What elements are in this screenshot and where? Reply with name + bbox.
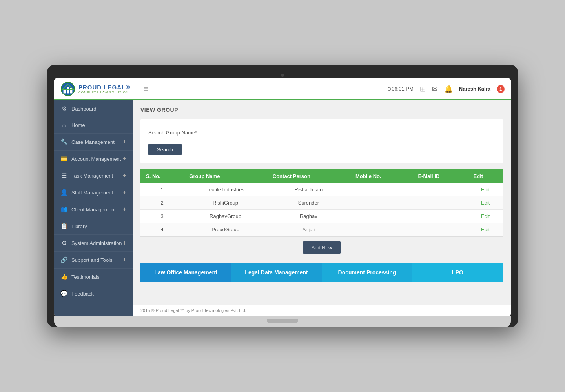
sidebar-icon-support-and-tools: 🔗 — [60, 256, 67, 263]
add-new-button[interactable]: Add New — [303, 241, 341, 254]
sidebar-label-home: Home — [71, 122, 85, 128]
hamburger-button[interactable]: ≡ — [144, 84, 148, 93]
header-time: ⊙06:01 PM — [387, 86, 414, 92]
sidebar-item-feedback[interactable]: 💬Feedback — [54, 285, 133, 302]
laptop-screen: PROUD LEGAL® COMPLETE LAW SOLUTION ≡ ⊙06… — [54, 78, 511, 316]
cell-mobile-0 — [350, 183, 412, 196]
search-input[interactable] — [202, 127, 288, 138]
email-icon[interactable]: ✉ — [432, 85, 438, 93]
sidebar-item-testimonials[interactable]: 👍Testimonials — [54, 269, 133, 285]
table-row: 3RaghavGroupRaghavEdit — [140, 210, 503, 223]
logo-area: PROUD LEGAL® COMPLETE LAW SOLUTION — [60, 82, 139, 96]
sidebar-plus-client-management[interactable]: + — [123, 206, 126, 213]
bell-icon[interactable]: 🔔 — [444, 85, 453, 93]
footer-btn-lpo[interactable]: LPO — [412, 263, 503, 282]
edit-link-0[interactable]: Edit — [481, 187, 490, 192]
grid-icon[interactable]: ⊞ — [420, 85, 426, 93]
cell-edit-1: Edit — [468, 196, 503, 210]
footer-btn-legal-data[interactable]: Legal Data Management — [231, 263, 322, 282]
sidebar-label-account-management: Account Management — [71, 156, 121, 162]
sidebar-item-library[interactable]: 📋Library — [54, 218, 133, 235]
sidebar-item-staff-management[interactable]: 👤Staff Management+ — [54, 184, 133, 201]
sidebar-label-dashboard: Dashboard — [71, 106, 97, 112]
edit-link-1[interactable]: Edit — [481, 200, 490, 206]
content-area: VIEW GROUP Search Group Name* Search S. … — [133, 100, 511, 316]
cell-email-1 — [412, 196, 468, 210]
sidebar-item-task-management[interactable]: ☰Task Management+ — [54, 167, 133, 184]
sidebar-plus-support-and-tools[interactable]: + — [123, 256, 126, 263]
sidebar-label-case-management: Case Management — [71, 139, 115, 145]
sidebar-label-library: Library — [71, 223, 87, 229]
cell-group_name-3: ProudGroup — [184, 223, 267, 236]
sidebar-item-left-task-management: ☰Task Management — [60, 172, 113, 179]
cell-contact_person-2: Raghav — [267, 210, 350, 223]
sidebar-item-left-case-management: 🔧Case Management — [60, 138, 115, 145]
sidebar-item-left-staff-management: 👤Staff Management — [60, 189, 113, 196]
sidebar-plus-system-administration[interactable]: + — [123, 240, 126, 247]
table-container: S. No.Group NameContact PersonMobile No.… — [140, 169, 503, 258]
sidebar-item-account-management[interactable]: 💳Account Management+ — [54, 151, 133, 167]
sidebar-icon-case-management: 🔧 — [60, 138, 67, 145]
table-row: 2RishiGroupSurenderEdit — [140, 196, 503, 210]
table-row: 1Textile IndustriesRishabh jainEdit — [140, 183, 503, 196]
header-right: ⊙06:01 PM ⊞ ✉ 🔔 Naresh Kalra 1 — [387, 85, 505, 93]
groups-table: S. No.Group NameContact PersonMobile No.… — [140, 169, 503, 236]
table-header-edit: Edit — [468, 169, 503, 183]
edit-link-3[interactable]: Edit — [481, 227, 490, 232]
sidebar-icon-staff-management: 👤 — [60, 189, 67, 196]
sidebar-plus-task-management[interactable]: + — [123, 172, 126, 179]
camera-dot — [281, 74, 284, 77]
logo-subtitle: COMPLETE LAW SOLUTION — [78, 91, 130, 94]
table-header-mobile-no.: Mobile No. — [350, 169, 412, 183]
cell-contact_person-0: Rishabh jain — [267, 183, 350, 196]
sidebar-item-case-management[interactable]: 🔧Case Management+ — [54, 134, 133, 151]
footer-btn-document-processing[interactable]: Document Processing — [322, 263, 412, 282]
search-button[interactable]: Search — [148, 144, 182, 155]
copyright: 2015 © Proud Legal ™ by Proud Technologi… — [133, 305, 511, 316]
cell-contact_person-3: Anjali — [267, 223, 350, 236]
cell-sno-3: 4 — [140, 223, 184, 236]
cell-email-0 — [412, 183, 468, 196]
search-section: Search Group Name* Search — [140, 119, 503, 163]
sidebar-item-left-home: ⌂Home — [60, 122, 85, 129]
cell-edit-2: Edit — [468, 210, 503, 223]
user-badge: 1 — [497, 85, 505, 93]
sidebar-icon-home: ⌂ — [60, 122, 67, 129]
sidebar-item-left-client-management: 👥Client Management — [60, 206, 116, 213]
cell-email-2 — [412, 210, 468, 223]
page-title: VIEW GROUP — [140, 107, 503, 113]
sidebar-item-system-administration[interactable]: ⚙System Administration+ — [54, 235, 133, 252]
sidebar-label-client-management: Client Management — [71, 207, 116, 212]
sidebar-item-left-support-and-tools: 🔗Support and Tools — [60, 256, 113, 263]
search-row: Search Group Name* — [148, 127, 495, 138]
sidebar-icon-system-administration: ⚙ — [60, 240, 67, 247]
sidebar-plus-account-management[interactable]: + — [123, 155, 126, 162]
search-label: Search Group Name* — [148, 130, 197, 136]
sidebar-icon-client-management: 👥 — [60, 206, 67, 213]
laptop-base — [54, 316, 511, 327]
footer-btn-law-office[interactable]: Law Office Management — [140, 263, 231, 282]
cell-sno-0: 1 — [140, 183, 184, 196]
cell-group_name-0: Textile Industries — [184, 183, 267, 196]
sidebar-label-system-administration: System Administration — [71, 240, 122, 246]
sidebar-icon-dashboard: ⚙ — [60, 105, 67, 112]
sidebar-plus-staff-management[interactable]: + — [123, 189, 126, 196]
sidebar-item-left-library: 📋Library — [60, 223, 87, 230]
sidebar-label-support-and-tools: Support and Tools — [71, 257, 113, 263]
table-header-e-mail-id: E-Mail ID — [412, 169, 468, 183]
svg-rect-3 — [70, 88, 73, 93]
logo-icon — [60, 82, 75, 96]
edit-link-2[interactable]: Edit — [481, 213, 490, 219]
sidebar-item-dashboard[interactable]: ⚙Dashboard — [54, 100, 133, 117]
sidebar-item-client-management[interactable]: 👥Client Management+ — [54, 201, 133, 218]
sidebar-icon-task-management: ☰ — [60, 172, 67, 179]
cell-contact_person-1: Surender — [267, 196, 350, 210]
cell-mobile-2 — [350, 210, 412, 223]
footer-buttons: Law Office ManagementLegal Data Manageme… — [140, 263, 503, 282]
sidebar-item-home[interactable]: ⌂Home — [54, 117, 133, 134]
cell-email-3 — [412, 223, 468, 236]
sidebar-plus-case-management[interactable]: + — [123, 138, 126, 145]
sidebar-item-support-and-tools[interactable]: 🔗Support and Tools+ — [54, 252, 133, 269]
content-main: VIEW GROUP Search Group Name* Search S. … — [133, 100, 511, 305]
sidebar: ⚙Dashboard⌂Home🔧Case Management+💳Account… — [54, 100, 133, 316]
